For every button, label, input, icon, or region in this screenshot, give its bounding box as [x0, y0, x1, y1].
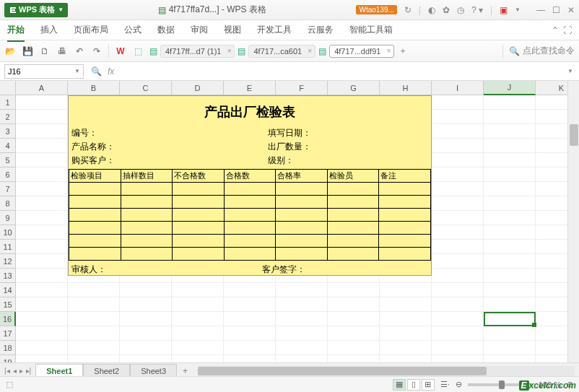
cell[interactable]: [432, 355, 484, 362]
cell[interactable]: [328, 355, 380, 362]
column-header[interactable]: G: [328, 81, 380, 95]
cell[interactable]: [484, 326, 536, 341]
table-cell[interactable]: [327, 222, 379, 235]
skin-icon[interactable]: ◐: [428, 5, 435, 15]
table-header-cell[interactable]: 备注: [379, 170, 431, 183]
table-cell[interactable]: [327, 248, 379, 261]
cell[interactable]: [432, 312, 484, 326]
row-header[interactable]: 10: [0, 225, 16, 240]
cell[interactable]: [276, 297, 328, 312]
cell[interactable]: [16, 326, 68, 341]
row-header[interactable]: 16: [0, 312, 16, 326]
cell[interactable]: [16, 269, 68, 283]
table-cell[interactable]: [173, 183, 225, 196]
sync-icon[interactable]: ↻: [404, 5, 412, 15]
table-cell[interactable]: [173, 209, 225, 222]
expand-formula-icon[interactable]: ▼: [562, 68, 579, 74]
cell[interactable]: [276, 355, 328, 362]
cell[interactable]: [172, 283, 224, 297]
table-cell[interactable]: [224, 209, 276, 222]
zoom-out-icon[interactable]: ⊖: [456, 380, 462, 389]
help-icon[interactable]: ? ▾: [471, 5, 483, 15]
row-header[interactable]: 5: [0, 153, 16, 167]
cell[interactable]: [432, 110, 484, 124]
normal-view-icon[interactable]: ▦: [393, 379, 406, 391]
cell[interactable]: [380, 283, 432, 297]
table-cell[interactable]: [69, 248, 121, 261]
cell[interactable]: [276, 341, 328, 355]
cell[interactable]: [484, 124, 536, 139]
table-cell[interactable]: [69, 183, 121, 196]
row-header[interactable]: 9: [0, 211, 16, 225]
cell[interactable]: [328, 283, 380, 297]
cell[interactable]: [120, 341, 172, 355]
menu-formula[interactable]: 公式: [124, 24, 142, 36]
column-header[interactable]: C: [120, 81, 172, 95]
table-cell[interactable]: [276, 222, 328, 235]
cell[interactable]: [224, 297, 276, 312]
cell[interactable]: [432, 95, 484, 110]
row-header[interactable]: 18: [0, 341, 16, 355]
table-header-cell[interactable]: 合格数: [224, 170, 276, 183]
table-cell[interactable]: [173, 235, 225, 248]
cell[interactable]: [172, 312, 224, 326]
table-cell[interactable]: [224, 235, 276, 248]
column-header[interactable]: A: [16, 81, 68, 95]
cell[interactable]: [16, 211, 68, 225]
doc-tab-1[interactable]: 4f717ff...d7 (1)1×: [160, 45, 235, 58]
redo-icon[interactable]: ↷: [91, 45, 103, 57]
doc-tab-2[interactable]: 4f717...ca601×: [248, 45, 315, 58]
table-header-cell[interactable]: 检验项目: [69, 170, 121, 183]
cell[interactable]: [432, 153, 484, 167]
close-doc-icon[interactable]: ▣: [500, 5, 508, 15]
cell[interactable]: [432, 283, 484, 297]
table-cell[interactable]: [69, 209, 121, 222]
name-box[interactable]: J16 ▼: [4, 64, 84, 79]
row-header[interactable]: 1: [0, 95, 16, 110]
save-icon[interactable]: 💾: [22, 45, 33, 57]
cell[interactable]: [224, 283, 276, 297]
cell[interactable]: [484, 95, 536, 110]
cell[interactable]: [484, 182, 536, 196]
cell[interactable]: [16, 110, 68, 124]
close-icon[interactable]: ×: [227, 47, 232, 55]
undo-icon[interactable]: ↶: [74, 45, 85, 57]
column-header[interactable]: B: [68, 81, 120, 95]
table-header-cell[interactable]: 检验员: [327, 170, 379, 183]
table-header-cell[interactable]: 不合格数: [173, 170, 225, 183]
table-cell[interactable]: [379, 196, 431, 209]
row-header[interactable]: 7: [0, 182, 16, 196]
row-header[interactable]: 14: [0, 283, 16, 297]
row-header[interactable]: 15: [0, 297, 16, 312]
table-cell[interactable]: [173, 248, 225, 261]
table-cell[interactable]: [327, 183, 379, 196]
cell[interactable]: [16, 124, 68, 139]
break-view-icon[interactable]: ⊞: [422, 379, 435, 391]
menu-insert[interactable]: 插入: [40, 24, 58, 36]
cell[interactable]: [172, 341, 224, 355]
fx-icon[interactable]: fx: [108, 66, 114, 77]
table-cell[interactable]: [121, 209, 173, 222]
cell[interactable]: [172, 355, 224, 362]
cell[interactable]: [484, 240, 536, 254]
table-cell[interactable]: [69, 222, 121, 235]
close-icon[interactable]: ×: [387, 47, 391, 55]
cell[interactable]: [120, 312, 172, 326]
cell[interactable]: [432, 182, 484, 196]
column-header[interactable]: J: [484, 81, 536, 95]
column-header[interactable]: H: [380, 81, 432, 95]
row-header[interactable]: 2: [0, 110, 16, 124]
cell[interactable]: [484, 211, 536, 225]
table-cell[interactable]: [276, 183, 328, 196]
cell[interactable]: [484, 139, 536, 153]
print-icon[interactable]: 🖶: [56, 45, 68, 57]
cell[interactable]: [484, 225, 536, 240]
table-cell[interactable]: [379, 222, 431, 235]
cell[interactable]: [172, 297, 224, 312]
collapse-ribbon-icon[interactable]: ⌃: [552, 25, 559, 35]
table-header-cell[interactable]: 合格率: [276, 170, 328, 183]
cell[interactable]: [432, 211, 484, 225]
cell[interactable]: [432, 196, 484, 211]
cell[interactable]: [224, 326, 276, 341]
close-icon[interactable]: ×: [308, 47, 312, 55]
